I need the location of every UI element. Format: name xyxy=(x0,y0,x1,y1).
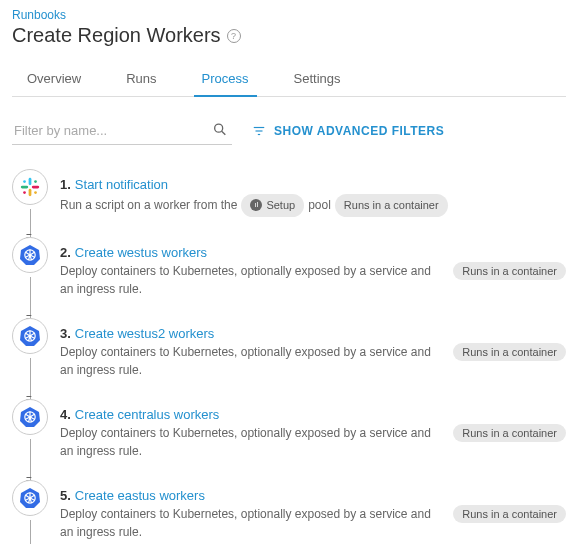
step-description: Deploy containers to Kubernetes, optiona… xyxy=(60,262,441,298)
step-row: =3.Create westus2 workersDeploy containe… xyxy=(60,318,566,399)
kubernetes-icon xyxy=(18,405,42,429)
step-title-row: 2.Create westus workers xyxy=(60,245,441,260)
pool-pill-label: Setup xyxy=(266,197,295,214)
step-right: Runs in a container xyxy=(453,505,566,523)
svg-point-11 xyxy=(34,191,37,194)
step-title-row: 5.Create eastus workers xyxy=(60,488,441,503)
pool-word: pool xyxy=(308,196,331,214)
search-button[interactable] xyxy=(210,119,230,142)
runs-in-container-pill: Runs in a container xyxy=(453,343,566,361)
filter-input[interactable] xyxy=(12,117,232,144)
svg-rect-8 xyxy=(32,186,39,189)
svg-line-1 xyxy=(222,131,226,135)
step-number: 5. xyxy=(60,488,71,503)
svg-rect-5 xyxy=(29,178,32,185)
runs-in-container-pill: Runs in a container xyxy=(453,424,566,442)
step-title-link[interactable]: Create centralus workers xyxy=(75,407,220,422)
step-title-link[interactable]: Create westus workers xyxy=(75,245,207,260)
step-number: 1. xyxy=(60,177,71,192)
step-right: Runs in a container xyxy=(453,343,566,361)
tabs: OverviewRunsProcessSettings xyxy=(12,61,566,97)
step-row: 1.Start notificationRun a script on a wo… xyxy=(60,169,566,237)
step-description: Deploy containers to Kubernetes, optiona… xyxy=(60,343,441,379)
search-icon xyxy=(212,121,228,137)
step-title-row: 4.Create centralus workers xyxy=(60,407,441,422)
svg-point-12 xyxy=(23,191,26,194)
step-body: 5.Create eastus workersDeploy containers… xyxy=(60,488,441,541)
step-title-link[interactable]: Start notification xyxy=(75,177,168,192)
step-title-row: 3.Create westus2 workers xyxy=(60,326,441,341)
step-row: =4.Create centralus workersDeploy contai… xyxy=(60,399,566,480)
page-title: Create Region Workers xyxy=(12,24,221,47)
step-node[interactable] xyxy=(12,169,48,205)
help-icon[interactable]: ? xyxy=(227,29,241,43)
step-number: 2. xyxy=(60,245,71,260)
filter-input-wrap xyxy=(12,117,232,145)
step-right: Runs in a container xyxy=(453,424,566,442)
step-description-text: Deploy containers to Kubernetes, optiona… xyxy=(60,262,441,298)
svg-point-32 xyxy=(29,334,32,337)
tab-settings[interactable]: Settings xyxy=(294,61,341,96)
step-number: 4. xyxy=(60,407,71,422)
svg-point-9 xyxy=(23,180,26,183)
tab-runs[interactable]: Runs xyxy=(126,61,156,96)
svg-rect-7 xyxy=(29,189,32,196)
runs-in-container-pill: Runs in a container xyxy=(453,505,566,523)
step-description: Run a script on a worker from theılSetup… xyxy=(60,194,566,217)
pool-pill[interactable]: ılSetup xyxy=(241,194,304,217)
filter-row: SHOW ADVANCED FILTERS xyxy=(12,117,566,145)
step-body: 2.Create westus workersDeploy containers… xyxy=(60,245,441,298)
svg-point-42 xyxy=(29,415,32,418)
kubernetes-icon xyxy=(18,486,42,510)
step-description-text: Deploy containers to Kubernetes, optiona… xyxy=(60,424,441,460)
step-node[interactable] xyxy=(12,318,48,354)
kubernetes-icon xyxy=(18,324,42,348)
breadcrumb[interactable]: Runbooks xyxy=(12,8,566,22)
svg-point-52 xyxy=(29,496,32,499)
filter-icon xyxy=(252,124,266,138)
runs-in-container-pill: Runs in a container xyxy=(335,194,448,217)
title-row: Create Region Workers ? xyxy=(12,24,566,47)
step-right: Runs in a container xyxy=(453,262,566,280)
step-description: Deploy containers to Kubernetes, optiona… xyxy=(60,505,441,541)
step-body: 1.Start notificationRun a script on a wo… xyxy=(60,177,566,217)
step-body: 4.Create centralus workersDeploy contain… xyxy=(60,407,441,460)
runs-in-container-pill: Runs in a container xyxy=(453,262,566,280)
svg-point-22 xyxy=(29,253,32,256)
step-node[interactable] xyxy=(12,237,48,273)
slack-icon xyxy=(19,176,41,198)
tab-overview[interactable]: Overview xyxy=(27,61,81,96)
svg-rect-6 xyxy=(21,186,28,189)
step-node[interactable] xyxy=(12,399,48,435)
step-number: 3. xyxy=(60,326,71,341)
step-row: =2.Create westus workersDeploy container… xyxy=(60,237,566,318)
step-title-link[interactable]: Create eastus workers xyxy=(75,488,205,503)
tab-process[interactable]: Process xyxy=(202,61,249,96)
step-body: 3.Create westus2 workersDeploy container… xyxy=(60,326,441,379)
step-description-text: Deploy containers to Kubernetes, optiona… xyxy=(60,505,441,541)
step-title-link[interactable]: Create westus2 workers xyxy=(75,326,214,341)
steps-list: 1.Start notificationRun a script on a wo… xyxy=(12,169,566,544)
step-connector-line xyxy=(30,541,31,545)
step-row: =5.Create eastus workersDeploy container… xyxy=(60,480,566,545)
step-description: Deploy containers to Kubernetes, optiona… xyxy=(60,424,441,460)
svg-point-0 xyxy=(215,124,223,132)
show-advanced-filters-link[interactable]: SHOW ADVANCED FILTERS xyxy=(252,124,444,138)
svg-point-10 xyxy=(34,180,37,183)
step-description-text: Deploy containers to Kubernetes, optiona… xyxy=(60,343,441,379)
bars-icon: ıl xyxy=(250,199,262,211)
advanced-filters-label: SHOW ADVANCED FILTERS xyxy=(274,124,444,138)
step-node[interactable] xyxy=(12,480,48,516)
step-title-row: 1.Start notification xyxy=(60,177,566,192)
step-description-text: Run a script on a worker from the xyxy=(60,196,237,214)
kubernetes-icon xyxy=(18,243,42,267)
